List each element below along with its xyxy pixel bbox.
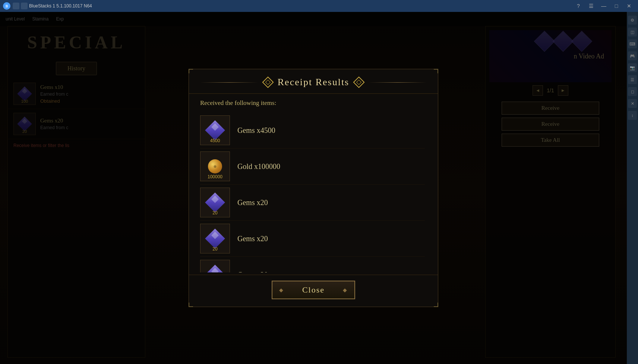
menu-button[interactable]: ☰ (585, 2, 597, 10)
titlebar-title: BlueStacks 1 5.1.100.1017 N64 (29, 3, 572, 9)
corner-decoration-tr (434, 69, 438, 73)
maximize-button[interactable]: □ (610, 2, 622, 10)
bluestacks-logo: B (3, 2, 10, 10)
header-diamond-left (262, 76, 274, 88)
modal-items-container: 4500 Gems x4500 100000 Gold x100000 (189, 111, 438, 275)
item-row-1: 4500 Gems x4500 (200, 112, 425, 149)
sidebar-icon-2[interactable]: ◫ (628, 28, 637, 36)
item-count-2: 100000 (208, 174, 222, 179)
corner-decoration-bl (189, 303, 193, 307)
gem-diamond-large-1 (205, 120, 225, 140)
sidebar-icon-5[interactable]: 📷 (628, 63, 637, 72)
header-line-right (369, 82, 427, 83)
close-modal-button[interactable]: Close (272, 281, 355, 299)
item-row-4: 20 Gems x20 (200, 221, 425, 257)
header-diamond-right (353, 76, 365, 88)
gold-circle-1 (208, 159, 222, 173)
item-label-4: Gems x20 (237, 234, 425, 243)
copy-icon-titlebar[interactable] (21, 3, 28, 9)
header-line-left (200, 82, 258, 83)
sidebar-icon-7[interactable]: ◻ (628, 87, 637, 96)
sidebar-icon-1[interactable]: ⚙ (628, 16, 637, 25)
modal-header: Receipt Results (189, 69, 438, 94)
modal-footer: Close (189, 275, 438, 307)
sidebar-icon-8[interactable]: ✕ (628, 99, 637, 108)
gem-diamond-large-4 (205, 229, 225, 249)
minimize-button[interactable]: — (598, 2, 610, 10)
modal-overlay: Receipt Results Received the following i… (0, 12, 627, 364)
corner-decoration-tl (189, 69, 193, 73)
sidebar-icon-9[interactable]: ↕ (628, 111, 637, 120)
item-row-3: 20 Gems x20 (200, 185, 425, 221)
item-icon-gems-20-3: 20 (200, 260, 230, 272)
item-count-3: 20 (212, 210, 217, 215)
item-icon-gems-20-2: 20 (200, 224, 230, 253)
modal-title: Receipt Results (278, 77, 349, 88)
close-window-button[interactable]: ✕ (623, 2, 635, 10)
corner-decoration-br (434, 303, 438, 307)
sidebar-icon-6[interactable]: ☰ (628, 75, 637, 84)
item-count-1: 4500 (210, 138, 220, 143)
gem-diamond-large-3 (205, 192, 225, 213)
right-sidebar: ⚙ ◫ ⌨ 🎮 📷 ☰ ◻ ✕ ↕ (627, 12, 638, 364)
item-icon-gems-20-1: 20 (200, 188, 230, 217)
titlebar: B BlueStacks 1 5.1.100.1017 N64 ? ☰ — □ … (0, 0, 638, 12)
sidebar-icon-4[interactable]: 🎮 (628, 51, 637, 60)
home-icon-titlebar[interactable] (13, 3, 19, 9)
item-label-5: Gems x20 (237, 271, 425, 273)
item-label-3: Gems x20 (237, 198, 425, 207)
item-icon-gems-4500: 4500 (200, 115, 230, 145)
item-row-2: 100000 Gold x100000 (200, 149, 425, 185)
item-label-1: Gems x4500 (237, 126, 425, 135)
titlebar-controls: ? ☰ — □ ✕ (572, 2, 635, 10)
help-button[interactable]: ? (572, 2, 584, 10)
item-count-4: 20 (212, 246, 217, 252)
gem-diamond-large-5 (205, 265, 225, 272)
modal-items-list[interactable]: 4500 Gems x4500 100000 Gold x100000 (200, 112, 427, 272)
item-row-5: 20 Gems x20 (200, 257, 425, 272)
sidebar-icon-3[interactable]: ⌨ (628, 39, 637, 48)
item-icon-gold-100000: 100000 (200, 151, 230, 181)
item-label-2: Gold x100000 (237, 162, 425, 171)
modal-subtitle: Received the following items: (189, 94, 438, 111)
receipt-results-modal: Receipt Results Received the following i… (189, 69, 438, 307)
